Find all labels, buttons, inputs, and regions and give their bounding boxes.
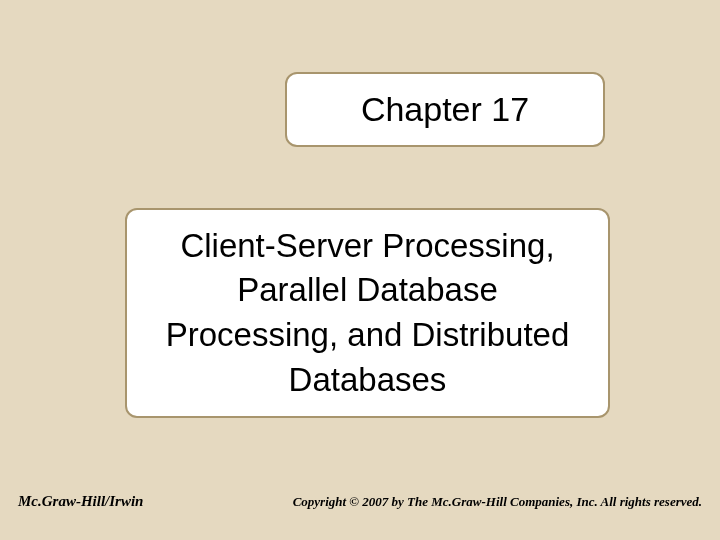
publisher-label: Mc.Graw-Hill/Irwin — [18, 493, 143, 510]
chapter-box: Chapter 17 — [285, 72, 605, 147]
content-box: Client-Server Processing, Parallel Datab… — [125, 208, 610, 418]
content-title: Client-Server Processing, Parallel Datab… — [152, 224, 583, 402]
chapter-title: Chapter 17 — [361, 90, 529, 129]
copyright-label: Copyright © 2007 by The Mc.Graw-Hill Com… — [293, 494, 702, 510]
